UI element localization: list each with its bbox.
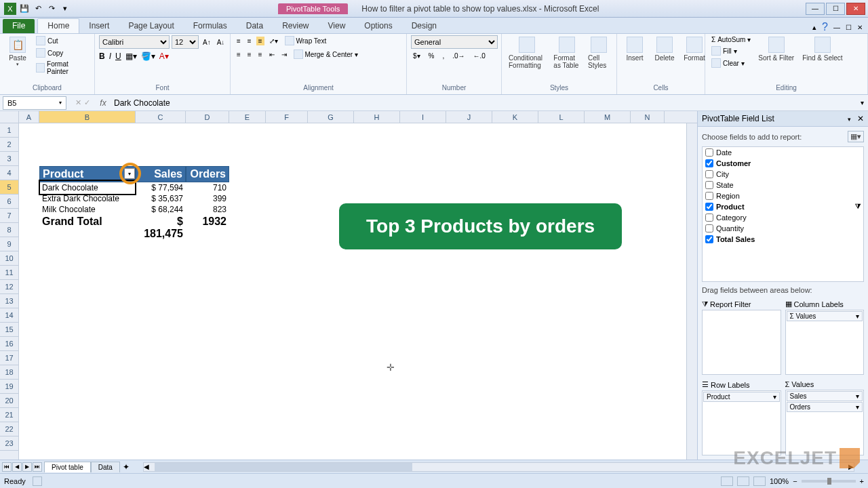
tab-page-layout[interactable]: Page Layout xyxy=(119,19,183,33)
insert-cells-button[interactable]: Insert xyxy=(621,35,648,63)
sheet-tab-pivot[interactable]: Pivot table xyxy=(44,462,91,472)
view-page-layout-icon[interactable] xyxy=(737,476,749,486)
decrease-indent-button[interactable]: ⇤ xyxy=(267,50,277,59)
field-item-category[interactable]: Category xyxy=(703,212,863,223)
area-filter-box[interactable] xyxy=(702,310,781,375)
row-header-16[interactable]: 16 xyxy=(0,337,18,351)
field-checkbox[interactable] xyxy=(705,214,713,222)
row-header-7[interactable]: 7 xyxy=(0,209,18,223)
field-checkbox[interactable] xyxy=(705,159,713,167)
tab-data[interactable]: Data xyxy=(237,19,273,33)
pivot-header-sales[interactable]: Sales xyxy=(136,166,186,182)
row-header-5[interactable]: 5 xyxy=(0,180,18,195)
save-icon[interactable]: 💾 xyxy=(19,3,30,14)
sheet-tab-data[interactable]: Data xyxy=(91,462,120,472)
col-header-c[interactable]: C xyxy=(136,111,186,123)
align-middle-button[interactable]: ≡ xyxy=(245,37,254,45)
sheet-nav-prev[interactable]: ◀ xyxy=(12,462,22,472)
format-cells-button[interactable]: Format xyxy=(681,35,708,63)
pivot-cell-orders[interactable]: 823 xyxy=(186,204,229,215)
col-header-k[interactable]: K xyxy=(492,111,538,123)
close-button[interactable]: ✕ xyxy=(846,3,865,15)
col-header-m[interactable]: M xyxy=(585,111,631,123)
field-checkbox[interactable] xyxy=(705,235,713,243)
row-header-15[interactable]: 15 xyxy=(0,323,18,337)
format-as-table-button[interactable]: Format as Table xyxy=(551,35,583,70)
window-minimize-icon[interactable]: — xyxy=(833,24,840,31)
selected-cell[interactable] xyxy=(39,180,136,195)
expand-formula-bar-icon[interactable]: ▾ xyxy=(856,99,868,106)
maximize-button[interactable]: ☐ xyxy=(826,3,845,15)
col-header-a[interactable]: A xyxy=(19,111,39,123)
tab-review[interactable]: Review xyxy=(273,19,318,33)
wrap-text-button[interactable]: Wrap Text xyxy=(283,35,329,46)
pivot-grand-total-orders[interactable]: 1932 xyxy=(186,215,229,241)
pivot-filter-dropdown[interactable]: ▾ xyxy=(124,168,135,179)
col-header-b[interactable]: B xyxy=(39,111,136,123)
merge-center-button[interactable]: Merge & Center ▾ xyxy=(292,49,361,60)
row-header-6[interactable]: 6 xyxy=(0,195,18,209)
area-rows-box[interactable]: Product▾ xyxy=(702,390,781,455)
increase-decimal-button[interactable]: .0→ xyxy=(450,52,467,60)
field-item-state[interactable]: State xyxy=(703,180,863,190)
vertical-scrollbar[interactable] xyxy=(686,123,697,460)
zoom-out-button[interactable]: − xyxy=(793,477,797,485)
cancel-formula-icon[interactable]: ✕ xyxy=(75,98,81,107)
tab-home[interactable]: Home xyxy=(37,18,79,33)
zoom-in-button[interactable]: + xyxy=(860,477,864,485)
row-header-22[interactable]: 22 xyxy=(0,422,18,436)
row-header-17[interactable]: 17 xyxy=(0,351,18,365)
formula-input[interactable] xyxy=(110,96,856,110)
window-restore-icon[interactable]: ☐ xyxy=(846,24,852,31)
field-checkbox[interactable] xyxy=(705,181,713,189)
clear-button[interactable]: Clear ▾ xyxy=(709,58,753,68)
row-header-9[interactable]: 9 xyxy=(0,237,18,251)
window-close-icon[interactable]: ✕ xyxy=(857,24,863,31)
view-page-break-icon[interactable] xyxy=(753,476,766,486)
paste-button[interactable]: 📋Paste▾ xyxy=(4,35,31,68)
sheet-nav-first[interactable]: ⏮ xyxy=(2,462,12,472)
field-list-layout-icon[interactable]: ▦▾ xyxy=(848,131,864,142)
help-icon[interactable]: ? xyxy=(822,21,828,33)
redo-icon[interactable]: ↷ xyxy=(46,3,57,14)
field-item-total-sales[interactable]: Total Sales xyxy=(703,234,863,245)
field-item-quantity[interactable]: Quantity xyxy=(703,223,863,234)
row-header-4[interactable]: 4 xyxy=(0,166,18,180)
tab-design[interactable]: Design xyxy=(402,19,446,33)
area-columns-box[interactable]: Σ Values▾ xyxy=(785,310,865,375)
sheet-nav-next[interactable]: ▶ xyxy=(22,462,32,472)
row-header-12[interactable]: 12 xyxy=(0,280,18,294)
increase-font-button[interactable]: A↑ xyxy=(201,35,213,49)
select-all-corner[interactable] xyxy=(0,111,19,123)
pivot-header-orders[interactable]: Orders xyxy=(186,166,229,182)
area-item-orders[interactable]: Orders▾ xyxy=(787,402,863,412)
col-header-n[interactable]: N xyxy=(631,111,665,123)
field-item-region[interactable]: Region xyxy=(703,190,863,201)
decrease-font-button[interactable]: A↓ xyxy=(215,35,227,49)
tab-file[interactable]: File xyxy=(3,19,35,33)
underline-button[interactable]: U xyxy=(115,52,121,61)
col-header-i[interactable]: I xyxy=(400,111,446,123)
minimize-ribbon-icon[interactable]: ▴ xyxy=(812,23,816,32)
fx-icon[interactable]: fx xyxy=(96,98,110,108)
align-top-button[interactable]: ≡ xyxy=(235,37,243,45)
pivot-cell-product[interactable]: Milk Chocolate xyxy=(39,204,136,215)
zoom-slider[interactable] xyxy=(802,480,856,483)
row-header-2[interactable]: 2 xyxy=(0,138,18,152)
undo-icon[interactable]: ↶ xyxy=(33,3,43,14)
area-item-product[interactable]: Product▾ xyxy=(703,392,780,402)
font-size-select[interactable]: 12 xyxy=(172,35,199,49)
format-painter-button[interactable]: Format Painter xyxy=(34,60,90,76)
view-normal-icon[interactable] xyxy=(721,476,733,486)
italic-button[interactable]: I xyxy=(109,52,111,61)
field-item-customer[interactable]: Customer xyxy=(703,158,863,169)
cut-button[interactable]: Cut xyxy=(34,35,90,46)
col-header-h[interactable]: H xyxy=(354,111,400,123)
row-header-11[interactable]: 11 xyxy=(0,266,18,280)
pivot-cell-product[interactable]: Extra Dark Chocolate xyxy=(39,193,136,204)
row-header-19[interactable]: 19 xyxy=(0,380,18,394)
field-checkbox[interactable] xyxy=(705,192,713,200)
minimize-button[interactable]: — xyxy=(806,3,825,15)
pivot-cell-orders[interactable]: 399 xyxy=(186,193,229,204)
col-header-j[interactable]: J xyxy=(446,111,492,123)
